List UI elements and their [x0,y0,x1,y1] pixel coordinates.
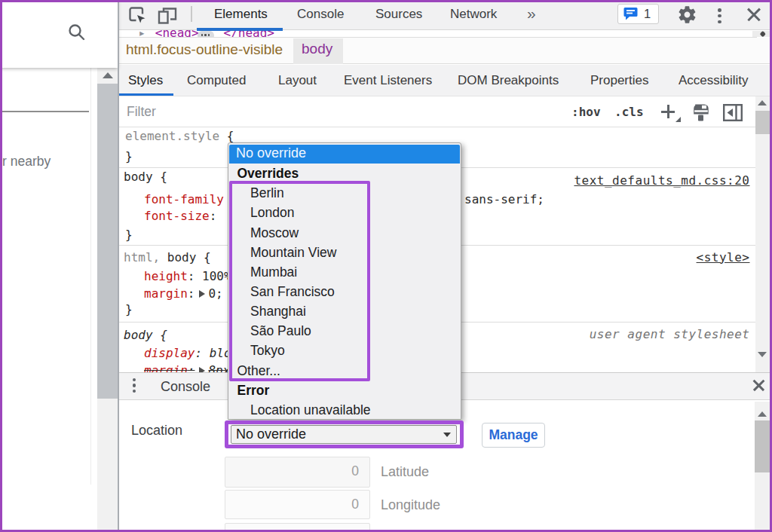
page-text-fragment: r nearby [2,154,51,170]
kebab-dot [133,384,136,387]
rule-htmlbody-selector[interactable]: html, body { [124,249,211,266]
popup-option-selected[interactable]: No override [229,145,460,164]
prop-font-size[interactable]: font-size: [144,208,216,225]
manage-button-label: Manage [489,427,538,443]
page-scrollbar-thumb[interactable] [97,84,118,399]
devtools-close-icon[interactable] [747,8,761,21]
kebab-dot [133,378,136,381]
latitude-input[interactable]: 0 [225,457,370,488]
dom-head-open-tag[interactable]: <head> [153,30,199,37]
popup-selected-label: No override [236,145,306,161]
breadcrumb-body[interactable]: body [302,41,332,57]
rule-ua-body-selector[interactable]: body { [124,327,167,344]
menu-kebab-icon[interactable] [718,8,721,26]
styles-scrollbar-up-arrow[interactable] [758,100,767,105]
expand-triangle-icon[interactable] [199,290,205,298]
breadcrumb-html[interactable]: html.focus-outline-visible [126,41,283,58]
value-font-family-tail[interactable]: sans-serif; [464,191,544,208]
css-property-name[interactable]: margin [144,286,188,301]
devtools-left-edge[interactable] [118,0,119,532]
style-tag-link[interactable]: <style> [697,250,750,264]
main-tab[interactable]: Elements [214,7,268,22]
longitude-input[interactable]: 0 [225,490,370,519]
paint-brush-icon[interactable] [693,103,709,125]
css-selector[interactable]: body { [160,250,210,264]
longitude-label: Longitude [381,497,440,513]
filter-input[interactable]: Filter [127,104,156,120]
prop-margin-ua[interactable]: margin:8px; [144,362,237,372]
rule-element-style-close: } [125,148,133,165]
css-colon: : [188,286,195,301]
css-selector-unmatched[interactable]: html, [124,250,160,264]
css-property-name[interactable]: display [144,346,195,360]
styles-scrollbar-down-arrow[interactable] [758,352,767,357]
dom-tree-row[interactable]: ▸ <head></head> [119,30,757,37]
settings-gear-icon[interactable] [677,5,697,28]
user-agent-stylesheet-label: user agent stylesheet [590,327,750,341]
element-classes-button[interactable]: .cls [614,105,644,119]
computed-sidebar-toggle-icon[interactable] [723,104,743,124]
screenshot-border-top [0,0,772,2]
device-toolbar-icon[interactable] [158,6,178,28]
page-scrollbar-up-arrow[interactable] [103,72,113,78]
drawer-close-icon[interactable] [752,379,765,392]
screenshot-border-left [0,0,2,532]
main-tab[interactable]: Network [450,7,497,22]
rule-body-selector[interactable]: body { [124,169,167,185]
main-tab[interactable]: Sources [375,7,422,22]
css-property-name[interactable]: font-family [144,192,224,206]
issues-bubble-icon [623,7,638,23]
css-overridden-declaration: margin: [144,363,195,372]
css-open-brace: { [219,129,234,143]
sidebar-tab[interactable]: Layout [278,73,317,88]
rule-htmlbody-close: } [125,301,133,318]
manage-button[interactable]: Manage [482,423,545,448]
sidebar-tab[interactable]: Properties [590,73,648,88]
devtools-screenshot: { "colors": { "annotation_purple": "#a44… [0,0,772,532]
stylesheet-link[interactable]: text_defaults_md.css:20 [574,173,749,188]
sidebar-tab[interactable]: DOM Breakpoints [458,73,559,88]
issues-count: 1 [644,7,651,21]
styles-scrollbar-track[interactable] [755,96,770,372]
latitude-value: 0 [351,463,359,479]
latitude-label: Latitude [381,464,429,480]
more-tabs-chevron[interactable]: » [527,5,536,23]
styles-tab-underline [119,93,173,96]
drawer-menu-kebab-icon[interactable] [133,378,136,395]
kebab-dot [718,14,721,18]
css-property-name[interactable]: margin [144,363,188,372]
ellipsis-dot [208,34,210,36]
sidebar-tab[interactable]: Event Listeners [344,73,432,88]
dom-ellipsis-button[interactable] [198,31,214,38]
sidebar-tab[interactable]: Accessibility [679,73,749,88]
drawer-scrollbar-up-arrow[interactable] [758,411,767,417]
new-style-rule-icon-bar [667,105,669,118]
drawer-tab-console[interactable]: Console [161,379,210,395]
prop-margin[interactable]: margin:0; [144,286,223,302]
ellipsis-dot [204,34,207,36]
css-property-name[interactable]: height [144,269,188,283]
sidebar-tab[interactable]: Styles [128,73,163,88]
styles-scrollbar-thumb[interactable] [755,111,770,134]
rule-body-close: } [125,227,133,243]
css-property-name[interactable]: font-size [144,209,210,223]
popup-option-error[interactable]: Location unavailable [229,400,460,420]
search-icon[interactable] [67,23,87,45]
annotation-rectangle-select [225,420,464,449]
main-tab[interactable]: Console [297,7,344,22]
css-selector[interactable]: element.style [125,129,219,143]
popup-group-error: Error [229,381,460,400]
drawer-scrollbar-thumb[interactable] [755,420,770,472]
prop-height[interactable]: height: 100%; [144,268,238,285]
kebab-dot [718,8,721,12]
toggle-element-state-button[interactable]: :hov [571,105,601,119]
css-value[interactable]: 0; [208,286,222,301]
dom-disclosure-arrow[interactable]: ▸ [139,30,153,37]
longitude-value: 0 [351,497,359,512]
css-colon: : [210,209,217,223]
inspect-element-icon[interactable] [128,6,146,28]
prop-font-family[interactable]: font-family [144,191,224,208]
toolbar-separator [191,6,192,22]
rule-element-style-selector[interactable]: element.style { [125,128,234,145]
sidebar-tab[interactable]: Computed [187,73,246,88]
